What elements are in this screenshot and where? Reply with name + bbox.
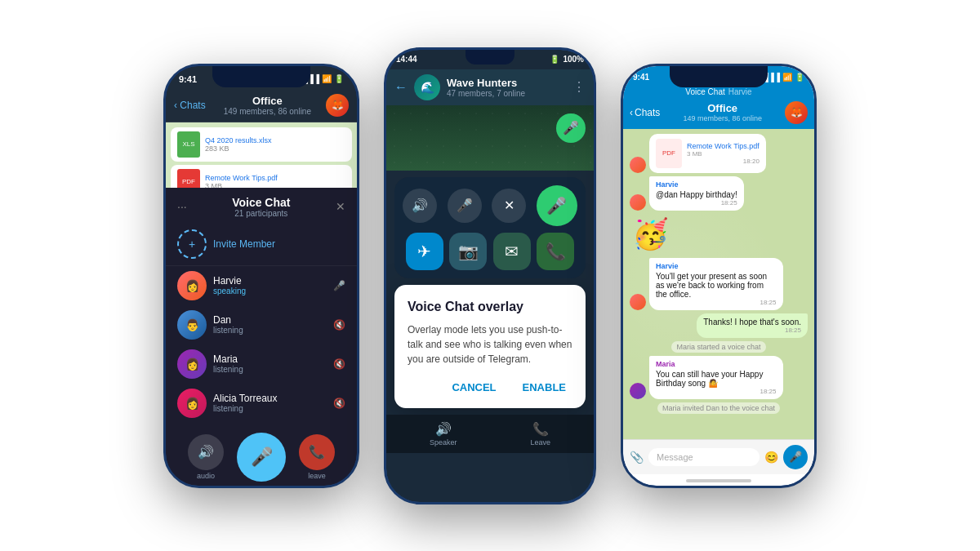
ios-header-info: Office 149 members, 86 online <box>663 102 782 122</box>
file-name-1: Q4 2020 results.xlsx <box>205 136 272 144</box>
participant-status-dan: listening <box>213 326 327 335</box>
birthday-msg: Harvie @dan Happy birthday! 18:25 <box>649 176 744 211</box>
time-1: 9:41 <box>179 74 197 84</box>
emoji-icon[interactable]: 😊 <box>764 451 778 464</box>
android-bottom-bar: 🔊 Speaker 📞 Leave <box>386 415 594 453</box>
battery-icon: 🔋 <box>334 74 344 83</box>
invite-member-row[interactable]: + Invite Member <box>166 223 357 266</box>
avatar-alicia: 👩 <box>177 389 207 418</box>
participant-name-alicia: Alicia Torreaux <box>213 393 327 404</box>
android-battery-pct: 100% <box>563 55 584 64</box>
ios-time: 9:41 <box>633 73 649 82</box>
android-more-icon[interactable]: ⋮ <box>572 79 586 95</box>
system-msg-1: Maria started a voice chat <box>671 341 765 353</box>
mute-button[interactable]: 🎤 <box>237 433 286 482</box>
overlay-controls-row: 🔊 🎤 ✕ 🎤 <box>403 185 577 226</box>
leave-label: leave <box>308 472 326 480</box>
overlay-active-mic-btn[interactable]: 🎤 <box>537 185 577 226</box>
android-title: Wave Hunters 47 members, 7 online <box>447 77 566 98</box>
ios-chat-title: Office <box>663 102 782 114</box>
participant-info-harvie: Harvie speaking <box>213 275 327 295</box>
system-msg-2: Maria invited Dan to the voice chat <box>657 402 780 414</box>
thanks-msg-time: 18:25 <box>703 327 801 334</box>
phone-1-voice-chat: 9:41 ▐▐▐ 📶 🔋 ‹ Chats Office 149 members,… <box>163 64 359 488</box>
file-msg-row: PDF Remote Work Tips.pdf 3 MB 18:20 <box>630 134 808 173</box>
chat-avatar-1: 🦊 <box>326 94 349 117</box>
controls-row: 🔊 audio 🎤 📞 leave <box>177 433 345 482</box>
enable-button[interactable]: ENABLE <box>516 378 572 397</box>
camera-app-icon[interactable]: 📷 <box>449 233 487 270</box>
overlay-mic-btn[interactable]: 🎤 <box>448 189 482 223</box>
avatar-harvie-2 <box>630 194 646 211</box>
chat-header-info-1: Office 149 members, 86 online <box>209 95 326 116</box>
participant-harvie: 👩 Harvie speaking 🎤 <box>166 266 357 305</box>
overlay-widget: 🔊 🎤 ✕ 🎤 ✈ 📷 ✉ 📞 <box>394 177 586 278</box>
chat-preview-1: XLS Q4 2020 results.xlsx 283 KB PDF Remo… <box>166 122 357 188</box>
close-icon[interactable]: ✕ <box>336 200 345 213</box>
phone-notch-2 <box>466 50 514 64</box>
floating-mic[interactable]: 🎤 <box>556 113 586 143</box>
mic-off-icon-dan: 🔇 <box>333 319 345 331</box>
participant-info-alicia: Alicia Torreaux listening <box>213 393 327 413</box>
maria-msg-time: 18:25 <box>656 388 777 395</box>
overlay-apps-row: ✈ 📷 ✉ 📞 <box>403 233 577 270</box>
chat-subtitle-1: 149 members, 86 online <box>209 107 326 116</box>
android-group-name: Wave Hunters <box>447 77 566 89</box>
mic-off-icon-maria: 🔇 <box>333 358 345 370</box>
maria-msg-sender: Maria <box>656 360 777 368</box>
file-info-2: Remote Work Tips.pdf 3 MB <box>205 174 278 188</box>
home-indicator-3 <box>686 479 751 482</box>
voice-chat-dialog: Voice Chat overlay Overlay mode lets you… <box>394 285 586 408</box>
ios-wifi-icon: 📶 <box>782 73 792 82</box>
avatar-file-sender <box>630 157 646 173</box>
dialog-body: Overlay mode lets you use push-to-talk a… <box>408 322 572 367</box>
leave-btn-bottom[interactable]: 📞 Leave <box>530 421 550 447</box>
attachment-icon[interactable]: 📎 <box>630 451 644 464</box>
file-size-2: 3 MB <box>205 182 278 188</box>
maria-msg-row: Maria You can still have your Happy Birt… <box>630 356 808 399</box>
file-name-2: Remote Work Tips.pdf <box>205 174 278 182</box>
mail-app-icon[interactable]: ✉ <box>493 233 531 270</box>
file-message: PDF Remote Work Tips.pdf 3 MB 18:20 <box>649 134 766 173</box>
back-button-1[interactable]: ‹ Chats <box>174 100 206 111</box>
android-back-button[interactable]: ← <box>394 80 408 95</box>
android-battery-icon: 🔋 <box>550 55 559 64</box>
speaker-btn-bottom[interactable]: 🔊 Speaker <box>430 421 457 447</box>
file-info-1: Q4 2020 results.xlsx 283 KB <box>205 136 272 153</box>
participant-info-maria: Maria listening <box>213 353 327 374</box>
overlay-speaker-btn[interactable]: 🔊 <box>403 189 437 223</box>
speaker-icon: 🔊 <box>435 421 452 437</box>
voice-chat-indicator[interactable]: Voice Chat Harvie <box>623 86 814 98</box>
ios-chat-subtitle: 149 members, 86 online <box>663 114 782 122</box>
voice-input-mic-btn[interactable]: 🎤 <box>783 445 808 469</box>
mic-on-icon: 🎤 <box>333 280 345 291</box>
message-input[interactable]: Message <box>648 448 760 466</box>
avatar-dan: 👨 <box>177 310 207 340</box>
present-msg: Harvie You'll get your present as soon a… <box>649 258 783 310</box>
cancel-button[interactable]: CANCEL <box>445 378 502 397</box>
options-icon[interactable]: ··· <box>177 200 187 213</box>
ios-back-button[interactable]: ‹ Chats <box>630 107 660 118</box>
present-msg-row: Harvie You'll get your present as soon a… <box>630 258 808 310</box>
file-message-info: Remote Work Tips.pdf 3 MB 18:20 <box>687 142 760 165</box>
ios-battery-icon: 🔋 <box>795 73 804 82</box>
voice-panel-header: ··· Voice Chat 21 participants ✕ <box>166 188 357 223</box>
present-msg-time: 18:25 <box>656 299 777 306</box>
audio-button[interactable]: 🔊 <box>188 434 224 470</box>
overlay-close-btn[interactable]: ✕ <box>492 189 526 223</box>
leave-col: 📞 leave <box>299 434 335 480</box>
message-placeholder: Message <box>657 452 693 462</box>
phone-app-icon[interactable]: 📞 <box>537 233 574 270</box>
voice-chat-user: Harvie <box>728 87 752 96</box>
leave-button[interactable]: 📞 <box>299 434 335 470</box>
leave-icon: 📞 <box>532 421 549 437</box>
android-group-avatar: 🌊 <box>414 74 440 100</box>
android-group-members: 47 members, 7 online <box>447 89 566 98</box>
maria-msg: Maria You can still have your Happy Birt… <box>649 356 783 399</box>
back-chevron: ‹ <box>630 107 633 118</box>
participant-name-maria: Maria <box>213 353 327 365</box>
speaker-label: Speaker <box>430 438 457 447</box>
maria-msg-text: You can still have your Happy Birthday s… <box>656 370 763 388</box>
voice-panel: ··· Voice Chat 21 participants ✕ + Invit… <box>166 188 357 486</box>
telegram-app-icon[interactable]: ✈ <box>406 233 443 270</box>
